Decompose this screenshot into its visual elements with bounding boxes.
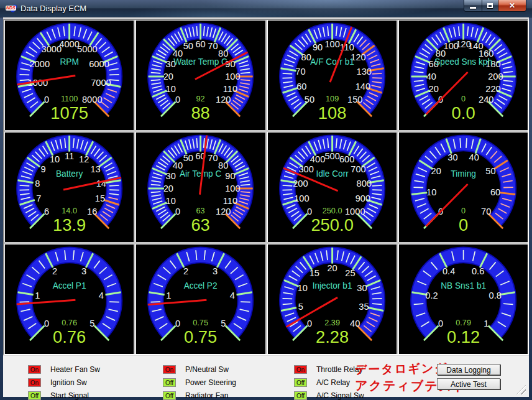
gauge-tick-minor [413,304,423,304]
gauge-scale-label: 70 [295,67,305,77]
action-buttons: Data Logging Active Test [437,364,500,389]
gauge-scale-label: 10 [50,154,60,164]
gauge-scale-label: 1 [167,291,172,300]
status-column-3: OnThrottle RelayOffA/C RelayOffA/C Signa… [294,364,364,400]
gauge-name: RPM [60,57,78,67]
gauge-sub-value: 1100 [61,93,78,103]
gauge-tick-minor [282,73,292,74]
gauge-scale-label: 100 [324,39,339,49]
maximize-icon [487,3,493,8]
gauge-scale-label: 50 [183,153,193,163]
gauge-scale-label: 0 [306,319,311,328]
active-test-button[interactable]: Active Test [437,378,500,389]
status-item-start-signal: OffStart Signal [28,390,100,400]
gauge-accel-p1: 012345Accel P10.760.76 [4,244,134,354]
status-item-throttle-relay: OnThrottle Relay [294,364,364,374]
resize-grip[interactable] [516,385,526,394]
status-label: Heater Fan Sw [50,365,100,374]
gauge-tick-minor [372,185,382,186]
gauge-sub-value: 0 [461,205,466,215]
gauge-dial-idle-corr: 01002003004005006007008009001000Idle Cor… [268,133,397,242]
gauge-scale-label: 40 [469,152,479,162]
gauge-scale-label: 0 [44,319,49,328]
gauge-name: Timing [451,169,476,179]
gauge-sub-value: 63 [196,205,205,215]
gauge-scale-label: 3 [81,266,86,276]
gauge-sub-value: 2.39 [324,317,340,327]
app-icon: NDS [6,4,17,14]
data-logging-button[interactable]: Data Logging [437,364,500,375]
gauge-tick-minor [151,185,161,185]
gauge-tick-minor [197,138,198,148]
title-bar[interactable]: NDS Data Display ECM ✕ [0,0,532,17]
window-controls: ✕ [464,0,526,12]
maximize-button[interactable] [482,0,498,12]
status-label: A/C Relay [316,378,350,387]
gauge-water-temp-c: 0102030405060708090100110120Water Temp C… [135,20,265,130]
gauge-scale-label: 50 [485,166,495,176]
gauge-accel-p2: 012345Accel P20.750.75 [135,244,265,354]
gauge-scale-label: 3 [213,266,218,276]
gauge-scale-label: 1 [484,319,488,328]
gauge-sub-value: 0.79 [456,317,471,327]
gauge-scale-label: 0 [175,319,180,328]
gauge-name: Accel P1 [53,281,86,291]
gauge-scale-label: 16 [87,207,97,216]
app-icon-text: NDS [6,6,16,11]
gauge-tick-minor [241,192,250,192]
gauge-scale-label: 20 [163,184,173,193]
gauge-scale-label: 3000 [42,44,62,54]
status-badge: Off [163,391,176,400]
gauge-scale-label: 6000 [89,59,109,69]
gauge-scale-label: 130 [356,67,371,77]
gauge-air-temp-c: 0102030405060708090100110120Air Temp C63… [135,132,265,242]
gauge-scale-label: 2 [52,266,57,276]
gauge-dial-air-temp-c: 0102030405060708090100110120Air Temp C63… [136,133,265,242]
gauge-scale-label: 7000 [91,78,111,88]
gauge-scale-label: 0 [175,95,180,105]
gauge-scale-label: 20 [327,263,337,272]
gauge-tick-minor [109,185,119,186]
status-item-power-steering: OffPower Steering [163,377,236,388]
gauge-scale-label: 0.2 [425,291,438,300]
status-bar: OnHeater Fan SwOnIgnition SwOffStart Sig… [3,355,529,397]
gauge-tick-minor [372,299,382,299]
gauge-scale-label: 90 [312,42,322,52]
gauge-scale-label: 700 [351,164,365,174]
status-item-a-c-signal-sw: OffA/C Signal Sw [294,390,364,400]
gauge-scale-label: 20 [163,72,173,81]
gauge-tick-minor [204,138,204,148]
status-column-1: OnHeater Fan SwOnIgnition SwOffStart Sig… [28,364,100,400]
gauge-tick-minor [151,192,161,192]
gauge-scale-label: 900 [355,193,370,203]
gauge-main-value: 0.0 [451,103,475,123]
gauge-scale-label: 15 [95,193,105,203]
gauge-name: Speed Sns kph [434,57,492,67]
status-badge: Off [294,378,307,387]
gauge-tick-minor [241,73,250,73]
gauge-panel: 010002000300040005000600070008000RPM1100… [3,19,529,355]
gauge-dial-timing: 010203040506070Timing00 [399,133,528,242]
status-item-p-neutral-sw: OnP/Neutral Sw [163,364,236,374]
close-button[interactable]: ✕ [498,0,526,12]
gauge-scale-label: 12 [79,154,89,164]
status-badge: Off [163,378,176,387]
gauge-sub-value: 92 [196,93,205,103]
gauge-scale-label: 0.6 [472,266,484,276]
gauge-scale-label: 40 [426,72,436,81]
gauge-sub-value: 0 [461,93,466,103]
gauge-main-value: 108 [318,103,346,123]
minimize-button[interactable] [464,0,482,12]
gauge-scale-label: 8 [35,179,40,188]
gauge-name: Air Temp C [180,169,221,179]
gauge-dial-water-temp-c: 0102030405060708090100110120Water Temp C… [136,21,265,130]
gauge-scale-label: 4 [230,291,235,300]
gauge-scale-label: 5 [298,302,303,312]
gauge-scale-label: 6 [44,207,49,216]
gauge-scale-label: 50 [304,95,314,105]
gauge-sub-value: 0.76 [62,317,77,327]
gauge-scale-label: 0 [44,95,49,105]
gauge-scale-label: 140 [355,81,370,91]
status-item-radiator-fan: OffRadiator Fan [163,390,236,400]
gauge-idle-corr: 01002003004005006007008009001000Idle Cor… [267,132,397,242]
